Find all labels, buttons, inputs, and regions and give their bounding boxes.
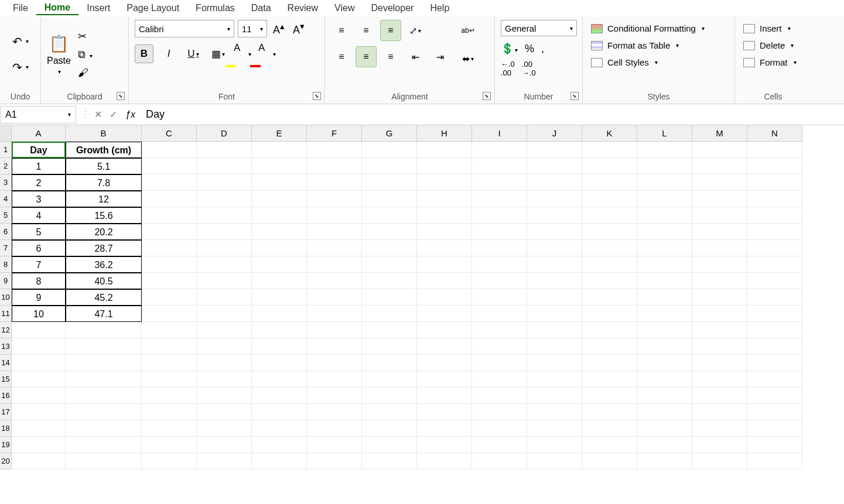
menu-tab-view[interactable]: View: [326, 2, 363, 15]
cell-M9[interactable]: [692, 273, 747, 289]
menu-tab-formulas[interactable]: Formulas: [187, 2, 243, 15]
cell-H12[interactable]: [417, 322, 472, 338]
cell-J11[interactable]: [527, 306, 582, 322]
cell-C1[interactable]: [142, 142, 197, 158]
col-header-A[interactable]: A: [12, 125, 66, 142]
cell-M14[interactable]: [692, 355, 747, 371]
cell-I7[interactable]: [472, 240, 527, 256]
cell-H19[interactable]: [417, 437, 472, 453]
menu-tab-data[interactable]: Data: [243, 2, 279, 15]
cell-K18[interactable]: [582, 420, 637, 437]
cell-M13[interactable]: [692, 338, 747, 355]
cut-button[interactable]: ✂: [78, 30, 93, 43]
cell-H5[interactable]: [417, 207, 472, 224]
cell-I14[interactable]: [472, 355, 527, 371]
cell-I10[interactable]: [472, 289, 527, 306]
cell-H11[interactable]: [417, 306, 472, 322]
cell-A19[interactable]: [12, 437, 66, 453]
cell-E18[interactable]: [252, 420, 307, 437]
cell-L13[interactable]: [637, 338, 692, 355]
cell-K1[interactable]: [582, 142, 637, 158]
fill-color-button[interactable]: A▾: [233, 44, 252, 63]
cell-J18[interactable]: [527, 420, 582, 437]
cell-E13[interactable]: [252, 338, 307, 355]
cell-H9[interactable]: [417, 273, 472, 289]
col-header-G[interactable]: G: [362, 125, 417, 142]
cell-J12[interactable]: [527, 322, 582, 338]
cell-A9[interactable]: 8: [12, 273, 66, 289]
cell-D15[interactable]: [197, 371, 252, 388]
cell-G5[interactable]: [362, 207, 417, 224]
cell-H17[interactable]: [417, 404, 472, 420]
cell-H18[interactable]: [417, 420, 472, 437]
cell-F12[interactable]: [307, 322, 362, 338]
cell-G12[interactable]: [362, 322, 417, 338]
cell-F5[interactable]: [307, 207, 362, 224]
cell-A15[interactable]: [12, 371, 66, 388]
row-header-7[interactable]: 7: [0, 240, 12, 256]
cell-J5[interactable]: [527, 207, 582, 224]
cell-N20[interactable]: [747, 453, 802, 469]
cell-J14[interactable]: [527, 355, 582, 371]
cell-E6[interactable]: [252, 224, 307, 240]
cell-I9[interactable]: [472, 273, 527, 289]
cell-H15[interactable]: [417, 371, 472, 388]
cell-J19[interactable]: [527, 437, 582, 453]
cell-A20[interactable]: [12, 453, 66, 469]
cell-C2[interactable]: [142, 158, 197, 174]
cell-E12[interactable]: [252, 322, 307, 338]
cell-G13[interactable]: [362, 338, 417, 355]
align-middle-button[interactable]: ≡: [356, 20, 377, 41]
cell-D13[interactable]: [197, 338, 252, 355]
cell-H14[interactable]: [417, 355, 472, 371]
col-header-E[interactable]: E: [252, 125, 307, 142]
cell-C6[interactable]: [142, 224, 197, 240]
cell-B13[interactable]: [66, 338, 142, 355]
cell-A11[interactable]: 10: [12, 306, 66, 322]
cell-N19[interactable]: [747, 437, 802, 453]
cell-F13[interactable]: [307, 338, 362, 355]
cell-N13[interactable]: [747, 338, 802, 355]
cell-E5[interactable]: [252, 207, 307, 224]
cell-N14[interactable]: [747, 355, 802, 371]
cell-A13[interactable]: [12, 338, 66, 355]
cell-K17[interactable]: [582, 404, 637, 420]
cell-E20[interactable]: [252, 453, 307, 469]
cell-J3[interactable]: [527, 174, 582, 191]
decrease-indent-button[interactable]: ⇤: [405, 46, 426, 67]
cell-J20[interactable]: [527, 453, 582, 469]
cell-J13[interactable]: [527, 338, 582, 355]
cell-F8[interactable]: [307, 256, 362, 273]
cell-C16[interactable]: [142, 388, 197, 404]
cell-A12[interactable]: [12, 322, 66, 338]
wrap-text-button[interactable]: ab↵: [457, 20, 479, 41]
row-header-1[interactable]: 1: [0, 142, 12, 158]
cell-F3[interactable]: [307, 174, 362, 191]
cell-K16[interactable]: [582, 388, 637, 404]
row-header-17[interactable]: 17: [0, 404, 12, 420]
cell-D10[interactable]: [197, 289, 252, 306]
name-box[interactable]: A1▾: [0, 106, 76, 124]
cell-D12[interactable]: [197, 322, 252, 338]
format-painter-button[interactable]: 🖌: [78, 67, 93, 79]
cell-B20[interactable]: [66, 453, 142, 469]
align-bottom-button[interactable]: ≡: [380, 20, 401, 41]
cell-G9[interactable]: [362, 273, 417, 289]
cell-K3[interactable]: [582, 174, 637, 191]
cell-N18[interactable]: [747, 420, 802, 437]
cell-H13[interactable]: [417, 338, 472, 355]
cell-K10[interactable]: [582, 289, 637, 306]
col-header-B[interactable]: B: [66, 125, 142, 142]
cell-L17[interactable]: [637, 404, 692, 420]
cell-B3[interactable]: 7.8: [66, 174, 142, 191]
cell-I1[interactable]: [472, 142, 527, 158]
cell-M17[interactable]: [692, 404, 747, 420]
row-header-14[interactable]: 14: [0, 355, 12, 371]
cell-I12[interactable]: [472, 322, 527, 338]
cell-B16[interactable]: [66, 388, 142, 404]
row-header-4[interactable]: 4: [0, 191, 12, 207]
menu-tab-page-layout[interactable]: Page Layout: [118, 2, 187, 15]
cell-F19[interactable]: [307, 437, 362, 453]
cell-B9[interactable]: 40.5: [66, 273, 142, 289]
row-header-11[interactable]: 11: [0, 306, 12, 322]
